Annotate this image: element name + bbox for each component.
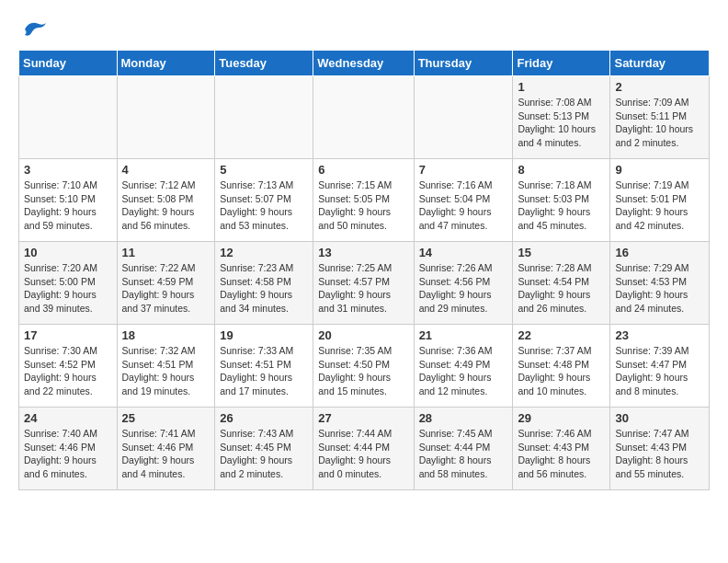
day-number: 24 (24, 411, 112, 425)
day-info: Sunrise: 7:35 AM Sunset: 4:50 PM Dayligh… (318, 344, 408, 398)
day-number: 3 (24, 163, 112, 177)
calendar-cell (19, 76, 118, 159)
calendar-body: 1Sunrise: 7:08 AM Sunset: 5:13 PM Daylig… (19, 76, 710, 490)
day-info: Sunrise: 7:25 AM Sunset: 4:57 PM Dayligh… (318, 261, 408, 316)
day-info: Sunrise: 7:16 AM Sunset: 5:04 PM Dayligh… (419, 178, 508, 233)
calendar-header-row: SundayMondayTuesdayWednesdayThursdayFrid… (19, 51, 710, 76)
calendar-week-3: 10Sunrise: 7:20 AM Sunset: 5:00 PM Dayli… (19, 242, 710, 325)
calendar-cell: 26Sunrise: 7:43 AM Sunset: 4:45 PM Dayli… (215, 408, 313, 490)
day-info: Sunrise: 7:29 AM Sunset: 4:53 PM Dayligh… (615, 261, 704, 316)
calendar-cell: 28Sunrise: 7:45 AM Sunset: 4:44 PM Dayli… (414, 408, 513, 490)
day-number: 10 (24, 246, 112, 259)
day-number: 21 (419, 328, 508, 342)
calendar-cell: 24Sunrise: 7:40 AM Sunset: 4:46 PM Dayli… (19, 408, 118, 490)
calendar-cell: 23Sunrise: 7:39 AM Sunset: 4:47 PM Dayli… (610, 325, 710, 408)
day-number: 20 (318, 328, 408, 342)
day-info: Sunrise: 7:08 AM Sunset: 5:13 PM Dayligh… (518, 96, 605, 150)
day-info: Sunrise: 7:19 AM Sunset: 5:01 PM Dayligh… (615, 178, 704, 233)
day-info: Sunrise: 7:33 AM Sunset: 4:51 PM Dayligh… (220, 344, 308, 398)
calendar-cell: 16Sunrise: 7:29 AM Sunset: 4:53 PM Dayli… (610, 242, 710, 325)
calendar-cell: 9Sunrise: 7:19 AM Sunset: 5:01 PM Daylig… (610, 159, 710, 242)
day-info: Sunrise: 7:39 AM Sunset: 4:47 PM Dayligh… (615, 344, 704, 398)
calendar-cell: 25Sunrise: 7:41 AM Sunset: 4:46 PM Dayli… (117, 408, 215, 490)
day-number: 9 (615, 163, 704, 177)
calendar-cell: 18Sunrise: 7:32 AM Sunset: 4:51 PM Dayli… (117, 325, 215, 408)
day-number: 19 (220, 328, 308, 342)
logo (18, 18, 48, 40)
calendar-cell: 29Sunrise: 7:46 AM Sunset: 4:43 PM Dayli… (513, 408, 610, 490)
calendar-cell: 8Sunrise: 7:18 AM Sunset: 5:03 PM Daylig… (513, 159, 610, 242)
calendar-cell: 15Sunrise: 7:28 AM Sunset: 4:54 PM Dayli… (513, 242, 610, 325)
day-number: 29 (518, 411, 605, 425)
calendar-table: SundayMondayTuesdayWednesdayThursdayFrid… (18, 50, 710, 490)
day-info: Sunrise: 7:28 AM Sunset: 4:54 PM Dayligh… (518, 261, 605, 316)
day-number: 18 (122, 328, 210, 342)
calendar-cell: 30Sunrise: 7:47 AM Sunset: 4:43 PM Dayli… (610, 408, 710, 490)
day-info: Sunrise: 7:46 AM Sunset: 4:43 PM Dayligh… (518, 427, 605, 481)
calendar-week-1: 1Sunrise: 7:08 AM Sunset: 5:13 PM Daylig… (19, 76, 710, 159)
day-header-monday: Monday (117, 51, 215, 76)
calendar-cell: 6Sunrise: 7:15 AM Sunset: 5:05 PM Daylig… (313, 159, 414, 242)
day-info: Sunrise: 7:23 AM Sunset: 4:58 PM Dayligh… (220, 261, 308, 316)
day-info: Sunrise: 7:45 AM Sunset: 4:44 PM Dayligh… (419, 427, 508, 481)
day-info: Sunrise: 7:18 AM Sunset: 5:03 PM Dayligh… (518, 178, 605, 233)
day-info: Sunrise: 7:22 AM Sunset: 4:59 PM Dayligh… (122, 261, 210, 316)
page-header (18, 18, 710, 40)
calendar-cell (117, 76, 215, 159)
calendar-cell: 21Sunrise: 7:36 AM Sunset: 4:49 PM Dayli… (414, 325, 513, 408)
day-info: Sunrise: 7:12 AM Sunset: 5:08 PM Dayligh… (122, 178, 210, 233)
day-info: Sunrise: 7:40 AM Sunset: 4:46 PM Dayligh… (24, 427, 112, 481)
day-number: 15 (518, 246, 605, 259)
calendar-cell: 19Sunrise: 7:33 AM Sunset: 4:51 PM Dayli… (215, 325, 313, 408)
calendar-week-5: 24Sunrise: 7:40 AM Sunset: 4:46 PM Dayli… (19, 408, 710, 490)
day-number: 17 (24, 328, 112, 342)
calendar-cell: 14Sunrise: 7:26 AM Sunset: 4:56 PM Dayli… (414, 242, 513, 325)
day-header-sunday: Sunday (19, 51, 118, 76)
calendar-cell (414, 76, 513, 159)
calendar-week-2: 3Sunrise: 7:10 AM Sunset: 5:10 PM Daylig… (19, 159, 710, 242)
day-info: Sunrise: 7:15 AM Sunset: 5:05 PM Dayligh… (318, 178, 408, 233)
day-info: Sunrise: 7:37 AM Sunset: 4:48 PM Dayligh… (518, 344, 605, 398)
day-number: 13 (318, 246, 408, 259)
day-number: 22 (518, 328, 605, 342)
day-number: 26 (220, 411, 308, 425)
calendar-cell: 10Sunrise: 7:20 AM Sunset: 5:00 PM Dayli… (19, 242, 118, 325)
calendar-cell: 3Sunrise: 7:10 AM Sunset: 5:10 PM Daylig… (19, 159, 118, 242)
day-info: Sunrise: 7:41 AM Sunset: 4:46 PM Dayligh… (122, 427, 210, 481)
day-info: Sunrise: 7:36 AM Sunset: 4:49 PM Dayligh… (419, 344, 508, 398)
day-header-saturday: Saturday (610, 51, 710, 76)
day-header-friday: Friday (513, 51, 610, 76)
day-number: 4 (122, 163, 210, 177)
day-info: Sunrise: 7:43 AM Sunset: 4:45 PM Dayligh… (220, 427, 308, 481)
day-number: 5 (220, 163, 308, 177)
logo-bird-icon (20, 18, 48, 40)
day-info: Sunrise: 7:20 AM Sunset: 5:00 PM Dayligh… (24, 261, 112, 316)
calendar-cell: 12Sunrise: 7:23 AM Sunset: 4:58 PM Dayli… (215, 242, 313, 325)
day-number: 6 (318, 163, 408, 177)
calendar-cell: 11Sunrise: 7:22 AM Sunset: 4:59 PM Dayli… (117, 242, 215, 325)
calendar-cell: 20Sunrise: 7:35 AM Sunset: 4:50 PM Dayli… (313, 325, 414, 408)
day-number: 30 (615, 411, 704, 425)
day-number: 2 (615, 80, 704, 94)
day-info: Sunrise: 7:09 AM Sunset: 5:11 PM Dayligh… (615, 96, 704, 150)
calendar-cell: 2Sunrise: 7:09 AM Sunset: 5:11 PM Daylig… (610, 76, 710, 159)
day-number: 25 (122, 411, 210, 425)
day-number: 7 (419, 163, 508, 177)
calendar-cell: 1Sunrise: 7:08 AM Sunset: 5:13 PM Daylig… (513, 76, 610, 159)
calendar-cell (313, 76, 414, 159)
calendar-cell: 22Sunrise: 7:37 AM Sunset: 4:48 PM Dayli… (513, 325, 610, 408)
day-number: 1 (518, 80, 605, 94)
calendar-cell: 5Sunrise: 7:13 AM Sunset: 5:07 PM Daylig… (215, 159, 313, 242)
calendar-cell: 7Sunrise: 7:16 AM Sunset: 5:04 PM Daylig… (414, 159, 513, 242)
day-number: 23 (615, 328, 704, 342)
day-number: 8 (518, 163, 605, 177)
day-number: 12 (220, 246, 308, 259)
day-info: Sunrise: 7:32 AM Sunset: 4:51 PM Dayligh… (122, 344, 210, 398)
calendar-cell: 13Sunrise: 7:25 AM Sunset: 4:57 PM Dayli… (313, 242, 414, 325)
day-info: Sunrise: 7:44 AM Sunset: 4:44 PM Dayligh… (318, 427, 408, 481)
day-header-wednesday: Wednesday (313, 51, 414, 76)
day-info: Sunrise: 7:30 AM Sunset: 4:52 PM Dayligh… (24, 344, 112, 398)
day-header-thursday: Thursday (414, 51, 513, 76)
calendar-week-4: 17Sunrise: 7:30 AM Sunset: 4:52 PM Dayli… (19, 325, 710, 408)
day-number: 11 (122, 246, 210, 259)
